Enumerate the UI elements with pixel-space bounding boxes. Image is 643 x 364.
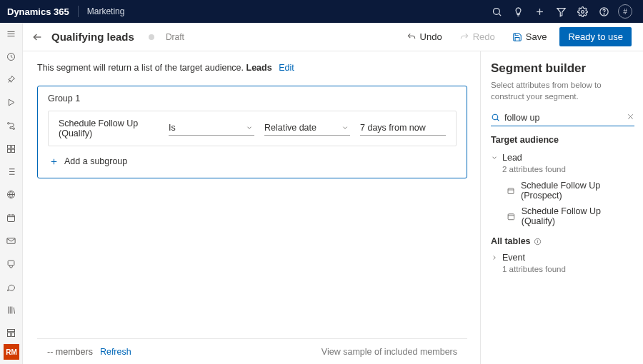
status-label: Draft — [166, 32, 184, 42]
segment-intro: This segment will return a list of the t… — [37, 63, 467, 73]
module-label: Marketing — [87, 6, 125, 16]
condition-attribute: Schedule Follow Up (Qualify) — [59, 118, 159, 138]
member-count: -- members — [47, 347, 93, 357]
mode-select[interactable]: Relative date — [264, 121, 350, 136]
status-dot-icon — [149, 34, 154, 40]
brand-label: Dynamics 365 — [7, 6, 69, 17]
rail-chat-icon[interactable] — [0, 279, 23, 295]
page-header: Qualifying leads Draft Undo Redo Save Re… — [23, 23, 643, 51]
redo-button: Redo — [455, 29, 499, 45]
gear-icon[interactable] — [572, 0, 593, 23]
edit-entity-link[interactable]: Edit — [279, 63, 294, 73]
add-subgroup-button[interactable]: Add a subgroup — [48, 156, 457, 166]
rail-menu-icon[interactable] — [0, 26, 23, 41]
svg-rect-32 — [7, 238, 15, 244]
svg-rect-53 — [508, 213, 514, 219]
info-icon[interactable] — [534, 238, 542, 246]
tree-node-event[interactable]: Event — [491, 251, 634, 265]
operator-select[interactable]: Is — [169, 121, 254, 136]
svg-marker-4 — [557, 8, 564, 16]
help-icon[interactable] — [593, 0, 614, 23]
filter-icon[interactable] — [550, 0, 572, 23]
all-tables-label: All tables — [491, 236, 634, 246]
condition-group: Group 1 Schedule Follow Up (Qualify) Is … — [37, 86, 467, 178]
rail-forms-icon[interactable] — [0, 141, 23, 156]
svg-rect-18 — [11, 149, 14, 152]
rail-globe-icon[interactable] — [0, 187, 23, 203]
rail-notification-icon[interactable] — [0, 256, 23, 272]
attribute-search[interactable] — [491, 111, 634, 126]
rail-journey-icon[interactable] — [0, 118, 23, 133]
search-icon[interactable] — [486, 0, 507, 23]
svg-rect-15 — [8, 145, 11, 148]
svg-point-14 — [13, 128, 15, 130]
svg-rect-40 — [11, 333, 14, 337]
attribute-item-prospect[interactable]: Schedule Follow Up (Prospect) — [491, 178, 634, 203]
search-input[interactable] — [504, 113, 627, 123]
svg-point-57 — [537, 240, 538, 241]
svg-line-48 — [497, 119, 499, 121]
svg-line-37 — [14, 308, 14, 314]
calendar-icon — [507, 212, 516, 221]
chevron-down-icon — [491, 154, 498, 161]
rail-template-icon[interactable] — [0, 325, 23, 340]
svg-rect-28 — [8, 215, 15, 221]
attribute-item-qualify[interactable]: Schedule Follow Up (Qualify) — [491, 203, 634, 229]
clear-search-icon[interactable] — [627, 112, 634, 123]
persona-avatar[interactable]: # — [614, 0, 636, 23]
group-title: Group 1 — [48, 93, 457, 103]
builder-title: Segment builder — [491, 61, 634, 76]
view-sample-link[interactable]: View sample of included members — [322, 347, 457, 357]
svg-rect-51 — [508, 188, 514, 194]
tree-node-lead[interactable]: Lead — [491, 151, 634, 165]
ready-to-use-button[interactable]: Ready to use — [559, 27, 632, 46]
brand-divider — [78, 6, 79, 17]
refresh-link[interactable]: Refresh — [100, 347, 131, 357]
save-button[interactable]: Save — [508, 29, 552, 45]
segment-entity: Leads — [246, 63, 272, 73]
chevron-right-icon — [491, 254, 498, 261]
rail-pin-icon[interactable] — [0, 72, 23, 88]
rail-mail-icon[interactable] — [0, 233, 23, 248]
svg-point-47 — [492, 114, 498, 120]
lightbulb-icon[interactable] — [507, 0, 529, 23]
back-button[interactable] — [31, 31, 43, 43]
search-icon — [491, 113, 500, 122]
chevron-down-icon — [246, 124, 253, 131]
lead-attribute-count: 2 attributes found — [502, 165, 634, 173]
segment-builder-panel: Segment builder Select attributes from b… — [480, 51, 643, 364]
svg-marker-12 — [9, 100, 14, 106]
plus-icon — [49, 157, 59, 166]
global-topbar: Dynamics 365 Marketing # — [0, 0, 643, 23]
value-input[interactable]: 7 days from now — [360, 121, 446, 136]
rail-library-icon[interactable] — [0, 302, 23, 318]
segment-footer: -- members Refresh View sample of includ… — [37, 338, 467, 364]
condition-row: Schedule Follow Up (Qualify) Is Relative… — [48, 111, 457, 146]
user-avatar[interactable]: RM — [4, 344, 19, 360]
builder-hint: Select attributes from below to construc… — [491, 80, 634, 102]
svg-point-5 — [581, 10, 584, 13]
rail-calendar-icon[interactable] — [0, 210, 23, 226]
svg-point-0 — [493, 8, 499, 14]
svg-rect-39 — [8, 333, 11, 337]
page-title: Qualifying leads — [51, 31, 134, 43]
svg-rect-16 — [11, 145, 14, 148]
rail-recent-icon[interactable] — [0, 49, 23, 64]
svg-rect-33 — [8, 261, 14, 266]
nav-rail: RM — [0, 23, 23, 364]
rail-list-icon[interactable] — [0, 164, 23, 180]
chevron-down-icon — [342, 124, 349, 131]
target-audience-label: Target audience — [491, 135, 634, 145]
svg-line-1 — [499, 14, 501, 16]
svg-rect-38 — [8, 330, 15, 332]
undo-button[interactable]: Undo — [402, 29, 447, 45]
calendar-icon — [507, 186, 515, 196]
rail-play-icon[interactable] — [0, 95, 23, 111]
svg-rect-17 — [8, 149, 11, 152]
svg-point-13 — [8, 122, 10, 124]
event-attribute-count: 1 attributes found — [502, 265, 634, 273]
add-icon[interactable] — [529, 0, 550, 23]
svg-point-7 — [604, 14, 604, 14]
